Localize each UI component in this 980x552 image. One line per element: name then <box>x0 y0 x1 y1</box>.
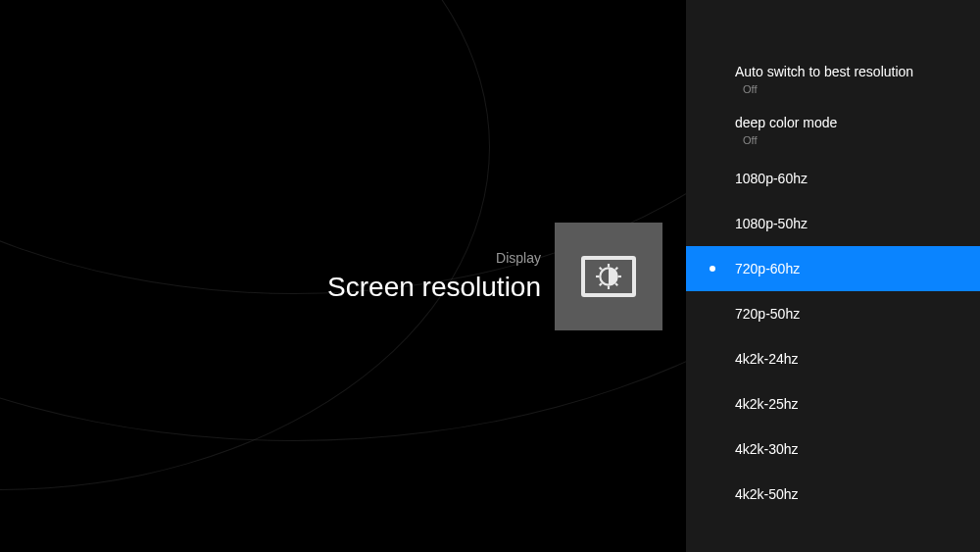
resolution-label: 4k2k-50hz <box>735 486 956 502</box>
svg-line-6 <box>615 283 617 285</box>
setting-value: Off <box>743 134 956 146</box>
display-brightness-icon <box>581 256 636 297</box>
resolution-option-1080p-60hz[interactable]: 1080p-60hz <box>686 156 980 201</box>
resolution-option-4k2k-30hz[interactable]: 4k2k-30hz <box>686 427 980 472</box>
resolution-option-4k2k-24hz[interactable]: 4k2k-24hz <box>686 336 980 381</box>
display-icon-tile <box>555 223 662 330</box>
settings-panel: Auto switch to best resolution Off deep … <box>686 0 980 552</box>
svg-line-8 <box>615 267 617 269</box>
setting-label: deep color mode <box>735 115 956 130</box>
resolution-label: 4k2k-24hz <box>735 351 956 367</box>
resolution-label: 720p-50hz <box>735 306 956 322</box>
deep-color-toggle[interactable]: deep color mode Off <box>686 105 980 156</box>
resolution-label: 1080p-60hz <box>735 171 956 186</box>
header-block: Display Screen resolution <box>327 223 662 330</box>
resolution-option-4k2k-50hz[interactable]: 4k2k-50hz <box>686 472 980 517</box>
resolution-option-720p-60hz[interactable]: 720p-60hz <box>686 246 980 291</box>
auto-switch-toggle[interactable]: Auto switch to best resolution Off <box>686 54 980 105</box>
setting-value: Off <box>743 83 956 95</box>
resolution-label: 1080p-50hz <box>735 216 956 231</box>
category-label: Display <box>327 250 541 266</box>
resolution-option-1080p-50hz[interactable]: 1080p-50hz <box>686 201 980 246</box>
svg-line-7 <box>600 283 602 285</box>
left-header-area: Display Screen resolution <box>0 0 674 552</box>
radio-selected-icon <box>710 266 715 272</box>
page-title: Screen resolution <box>327 272 541 303</box>
resolution-option-4k2k-25hz[interactable]: 4k2k-25hz <box>686 381 980 427</box>
resolution-label: 720p-60hz <box>735 261 956 276</box>
resolution-label: 4k2k-25hz <box>735 396 956 412</box>
svg-line-5 <box>600 267 602 269</box>
resolution-option-720p-50hz[interactable]: 720p-50hz <box>686 291 980 336</box>
setting-label: Auto switch to best resolution <box>735 64 956 79</box>
resolution-label: 4k2k-30hz <box>735 441 956 457</box>
